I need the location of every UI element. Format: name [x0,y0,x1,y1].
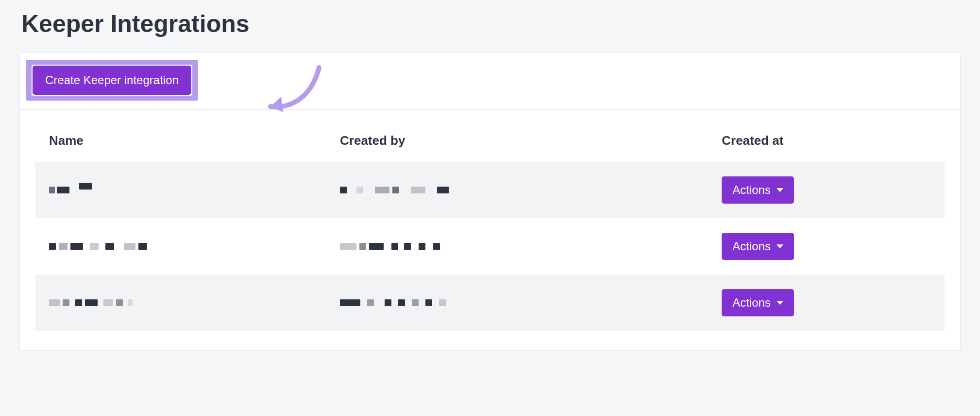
redacted-created-by [340,299,694,306]
section-divider [20,109,960,110]
actions-label: Actions [732,296,771,310]
actions-label: Actions [732,183,771,197]
chevron-down-icon [777,188,783,192]
redacted-created-by [340,243,694,250]
table-row: Actions [35,218,945,275]
page-title: Keeper Integrations [21,10,961,38]
chevron-down-icon [777,244,783,248]
column-header-name: Name [35,123,326,162]
table-row: Actions [35,275,945,331]
actions-label: Actions [732,240,771,253]
actions-dropdown-button[interactable]: Actions [722,233,794,260]
redacted-name [49,299,313,306]
actions-dropdown-button[interactable]: Actions [722,289,794,316]
annotation-highlight: Create Keeper integration [26,60,198,101]
redacted-name [49,243,313,250]
integrations-table: Name Created by Created at [35,123,945,331]
column-header-created-at: Created at [708,123,945,162]
integrations-card: Create Keeper integration Name Created b… [19,52,961,351]
redacted-created-by [340,187,694,193]
redacted-name [49,187,313,193]
column-header-created-by: Created by [326,123,708,162]
annotation-arrow-icon [262,58,330,116]
table-row: Actions [35,162,945,218]
create-integration-button[interactable]: Create Keeper integration [33,66,191,95]
actions-dropdown-button[interactable]: Actions [722,176,794,204]
chevron-down-icon [777,301,783,305]
